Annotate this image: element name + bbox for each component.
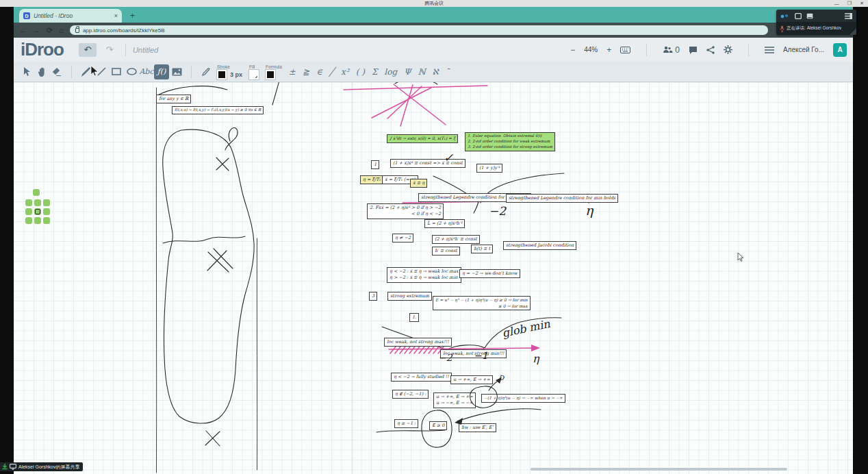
stroke-width[interactable]: 3 px: [230, 71, 242, 78]
symbol-plusminus[interactable]: ±: [289, 67, 296, 77]
handwritten-annotation[interactable]: ✓: [444, 151, 453, 164]
board-note[interactable]: η ≥ −1 :: [394, 419, 418, 428]
green-dot[interactable]: [33, 189, 40, 196]
symbol-sigma[interactable]: Σ: [372, 67, 377, 77]
select-tool[interactable]: [19, 64, 34, 79]
user-avatar[interactable]: A: [833, 43, 847, 57]
window-mode-icon[interactable]: [795, 13, 802, 19]
board-note[interactable]: ∫ ẋ³dt → extr, x(0) = 0, x(T₁) = ξ: [387, 134, 458, 143]
settings-gear-icon[interactable]: [724, 45, 732, 54]
board-note[interactable]: 1. Euler equation. Obtain extremal x̂(t)…: [465, 132, 555, 151]
stroke-color-swatch[interactable]: [217, 70, 227, 79]
board-note[interactable]: ẋ ≡ η: [410, 179, 427, 188]
board-note[interactable]: E ≥ 0: [429, 421, 447, 430]
pan-hand-tool[interactable]: [34, 64, 49, 79]
menu-icon[interactable]: [765, 47, 774, 53]
maximize-button[interactable]: ❐: [847, 1, 852, 6]
redo-button[interactable]: ↷: [101, 43, 118, 57]
board-title[interactable]: Untitled: [133, 46, 158, 54]
eraser-tool[interactable]: [49, 64, 64, 79]
board-note[interactable]: for any y ∈ ℝ: [156, 95, 191, 103]
board-note[interactable]: 1: [371, 160, 379, 169]
symbol-parentheses[interactable]: ( ): [356, 67, 365, 77]
symbol-aleph[interactable]: ℵ: [433, 67, 439, 77]
green-dot[interactable]: [25, 208, 32, 215]
keyboard-icon[interactable]: [620, 47, 630, 53]
board-note[interactable]: η = −2 → we don’t know: [459, 269, 520, 278]
new-tab-button[interactable]: +: [130, 10, 135, 21]
browser-tab[interactable]: D Untitled - IDroo ×: [19, 9, 122, 23]
fill-color-swatch[interactable]: [249, 70, 259, 79]
whiteboard-canvas[interactable]: for any y ∈ ℝf(t,x,u) − f(t,x,y) − f′ᵤ(t…: [14, 82, 853, 474]
board-note[interactable]: u → +∞, E → +∞u → −∞, E → −∞: [433, 392, 476, 408]
resize-grip[interactable]: [850, 28, 856, 35]
board-note[interactable]: η < −2 : ẋ ≡ η → weak loc maxη > −2 : ẋ …: [387, 267, 461, 283]
forward-icon[interactable]: →: [33, 23, 40, 37]
minimize-button[interactable]: —: [834, 1, 839, 6]
green-dot[interactable]: [43, 208, 50, 215]
handwritten-annotation[interactable]: D: [498, 373, 505, 382]
chat-icon[interactable]: [689, 46, 698, 54]
address-bar[interactable]: app.idroo.com/boards/lZkklYke5B: [70, 25, 768, 35]
board-note[interactable]: strengthened Jacobi condition: [503, 241, 576, 250]
back-icon[interactable]: ←: [19, 23, 27, 37]
board-note[interactable]: (2 + η)ẋ²h′ ≡ const: [432, 235, 480, 244]
home-icon[interactable]: ⌂: [59, 23, 64, 37]
board-note[interactable]: strengthened Legendre condition for min …: [506, 194, 618, 203]
share-icon[interactable]: [706, 46, 715, 54]
board-note[interactable]: E = u³ − η³ − (1 + η)η²(u − η) ≥ 0 → for…: [433, 296, 531, 310]
board-note[interactable]: (1 + ẋ)ẋ² ≡ const => ẋ ≡ const: [390, 159, 465, 168]
idroo-logo[interactable]: iDroo: [21, 39, 64, 60]
user-name[interactable]: Алексей Го...: [783, 46, 824, 53]
ellipse-tool[interactable]: [124, 64, 139, 79]
board-note[interactable]: strong extremum: [387, 292, 432, 301]
board-note[interactable]: 1.: [409, 313, 419, 322]
green-dot[interactable]: [43, 199, 50, 206]
board-note[interactable]: η ∉ (−2, −1) :: [392, 390, 429, 399]
formula-color-swatch[interactable]: [266, 70, 275, 79]
symbol-element-of[interactable]: ∈: [316, 67, 322, 77]
sidebar-toggle-icon[interactable]: [845, 13, 852, 19]
image-tool[interactable]: [169, 64, 184, 79]
participants-icon[interactable]: 0: [663, 45, 680, 55]
green-dot[interactable]: [34, 217, 41, 224]
green-dot[interactable]: [34, 208, 41, 215]
board-note[interactable]: η = ξ/T₁: [360, 175, 383, 184]
green-dot[interactable]: [25, 199, 32, 206]
reload-icon[interactable]: ⟳: [47, 23, 53, 37]
board-note[interactable]: loc weak, not strong max!!!: [384, 338, 452, 347]
undo-button[interactable]: ↶: [79, 43, 97, 57]
green-dot[interactable]: [34, 199, 41, 206]
symbol-geq[interactable]: ≧: [303, 67, 309, 77]
handwritten-annotation[interactable]: −1: [474, 350, 488, 361]
board-note[interactable]: −(1 + η)η²(u − η) → −∞ when u → −∞: [481, 394, 565, 403]
board-note[interactable]: 2. Fẋẋ = (2 + η)ẋ² > 0 if η > −2< 0 if η…: [367, 203, 444, 219]
text-tool[interactable]: Abc: [139, 64, 154, 79]
board-note[interactable]: 3: [369, 292, 377, 301]
board-note[interactable]: f(t,x,u) − f(t,x,y) − f′ᵤ(t,x,y)(u − y) …: [172, 106, 264, 114]
board-note[interactable]: hw : use E′, E″: [459, 423, 496, 432]
symbol-naturals[interactable]: ℕ: [418, 67, 426, 77]
stroke-pen-icon[interactable]: [199, 64, 214, 79]
rectangle-tool[interactable]: [109, 64, 124, 79]
formula-tool[interactable]: ƒ(): [154, 64, 169, 79]
green-dot[interactable]: [25, 217, 32, 224]
zoom-out-button[interactable]: −: [570, 45, 575, 55]
board-note[interactable]: h′ ≡ const: [432, 247, 460, 255]
board-note[interactable]: (1 + y)y′²: [476, 164, 502, 173]
tab-close-icon[interactable]: ×: [114, 12, 118, 19]
symbol-log[interactable]: log: [384, 67, 397, 77]
board-note[interactable]: h(t) ≡ t: [471, 245, 493, 253]
symbol-tilde[interactable]: ˜: [446, 67, 450, 77]
symbol-psi[interactable]: Ψ: [404, 67, 411, 77]
handwritten-annotation[interactable]: η: [585, 203, 593, 218]
symbol-arrow[interactable]: ╱: [329, 67, 334, 77]
horizontal-scrollbar[interactable]: [531, 468, 787, 471]
handwritten-annotation[interactable]: −2: [438, 352, 452, 363]
board-note[interactable]: η ≠ −2: [392, 234, 413, 242]
symbol-superscript[interactable]: x²: [341, 67, 349, 77]
handwritten-annotation[interactable]: glob min: [501, 317, 551, 340]
zoom-in-button[interactable]: +: [607, 45, 611, 55]
display-icon[interactable]: [806, 13, 813, 19]
close-button[interactable]: ✕: [860, 1, 864, 6]
